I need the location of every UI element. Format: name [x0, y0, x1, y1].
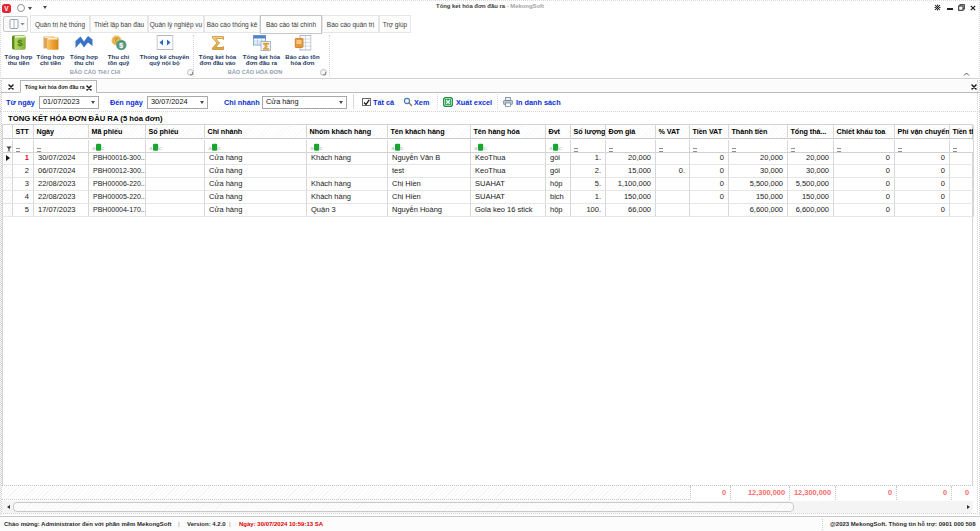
svg-text:a: a [92, 145, 96, 151]
svg-text:a: a [149, 145, 153, 151]
svg-text:a: a [310, 145, 314, 151]
svg-text:$: $ [17, 37, 23, 48]
svg-text:c: c [159, 145, 162, 151]
svg-text:a: a [208, 145, 212, 151]
svg-text:c: c [559, 145, 562, 151]
svg-text:a: a [549, 145, 553, 151]
svg-text:$: $ [119, 42, 123, 50]
svg-text:a: a [391, 145, 395, 151]
svg-text:c: c [484, 145, 487, 151]
svg-text:a: a [474, 145, 478, 151]
svg-text:c: c [401, 145, 404, 151]
svg-text:c: c [320, 145, 323, 151]
svg-text:c: c [102, 145, 105, 151]
svg-text:c: c [218, 145, 221, 151]
